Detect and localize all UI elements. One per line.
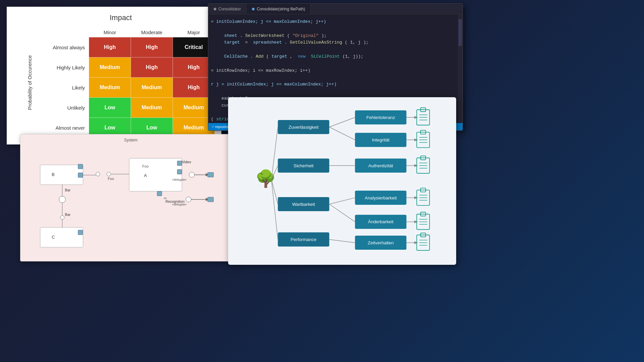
code-line-3: sheet . SelectWorksheet ( "Original" ); [211,33,460,40]
minimap-thumb [459,19,462,46]
label-sicherheit: Sicherheit [293,163,314,168]
label-wartbarkeit: Wartbarkeit [292,202,315,207]
svg-line-31 [329,239,355,243]
uml-label-b: B [52,172,55,177]
uml-label-c: C [52,235,55,240]
risk-matrix: Impact Probability of Occurence Minor Mo… [7,7,221,144]
svg-rect-1 [78,173,83,178]
tab-consolidator[interactable]: Consolidator [208,4,247,14]
tab-consolidator-label: Consolidator [218,7,241,11]
risk-row-2: LikelyMediumMediumHigh [35,77,215,98]
svg-text:∞: ∞ [164,196,166,200]
uml-component-b [40,165,83,185]
svg-rect-16 [78,230,83,235]
uml-title: System [24,138,238,142]
tree-icon: 🌳 [255,169,276,189]
code-line-5 [211,46,460,53]
uml-component-c [40,228,83,247]
risk-table: Minor Moderate Major Almost alwaysHighHi… [35,27,215,138]
svg-point-20 [60,216,64,220]
row-label-2: Likely [35,77,89,98]
code-line-11 [211,88,460,95]
uml-label-foo2: Foo [108,177,114,181]
code-line-8: = initRowIndex; i <= maxRowIndex; i++) [211,67,460,74]
risk-cell-0-0: High [89,37,131,57]
svg-rect-7 [177,170,182,174]
svg-rect-6 [177,161,182,166]
risk-cell-1-1: High [131,57,173,77]
uml-svg: B A Foo Foo Video «delegate» Recog [24,145,238,257]
uml-body: B A Foo Foo Video «delegate» Recog [24,145,238,257]
label-performance: Performance [291,237,317,242]
svg-line-25 [271,179,278,239]
uml-label-a: A [144,173,147,178]
uml-delegate1: «delegate» [172,178,187,181]
tab-dot-active [252,8,255,10]
col-headers: Minor Moderate Major [89,27,215,37]
code-line-10: r j = initColumnIndex; j <= maxColumnInd… [211,81,460,88]
code-line-2 [211,25,460,33]
editor-tabs: Consolidator Consolidate(string filePath… [208,4,463,14]
uml-component-a [129,158,182,191]
svg-rect-15 [208,197,214,202]
label-fehlertoleranz: Fehlertoleranz [366,115,395,120]
svg-rect-0 [78,164,83,169]
y-axis-label: Probability of Occurence [27,27,33,138]
tree-svg: 🌳 Zuverlässigkeit Sicherheit Wartbarkeit… [235,104,449,258]
risk-row-0: Almost alwaysHighHighCritical [35,37,215,57]
risk-cell-2-0: Medium [89,77,131,98]
code-line-9 [211,74,460,81]
label-zeitverhalten: Zeitverhalten [368,240,394,245]
svg-line-30 [329,204,355,222]
svg-rect-10 [208,173,214,177]
tab-consolidate-method[interactable]: Consolidate(string filePath) [247,4,311,14]
label-integritaet: Integrität [372,137,389,142]
svg-point-4 [107,172,111,176]
svg-rect-11 [157,191,162,196]
risk-cell-1-0: Medium [89,57,131,77]
col-header-moderate: Moderate [131,27,173,37]
uml-label-video: Video [182,160,191,164]
label-authentizitaet: Authentizität [368,163,393,168]
risk-row-1: Highly LikelyMediumHighHigh [35,57,215,77]
code-line-7 [211,60,460,67]
col-header-minor: Minor [89,27,131,37]
svg-point-2 [96,172,100,176]
label-aenderbarkeit: Änderbarkeit [368,220,393,225]
tab-dot [214,8,216,10]
uml-label-bar2: Bar [65,213,71,217]
risk-cell-3-1: Medium [131,98,173,118]
svg-line-27 [329,127,355,140]
label-analysierbarkeit: Analysierbarkeit [365,195,397,200]
uml-label-bar1: Bar [65,188,71,192]
row-label-3: Unlikely [35,98,89,118]
row-label-0: Almost always [35,37,89,57]
risk-cell-0-1: High [131,37,173,57]
risk-cell-3-0: Low [89,98,131,118]
svg-point-18 [59,196,66,203]
svg-line-29 [329,198,355,204]
uml-label-foo: Foo [142,164,149,168]
risk-row-3: UnlikelyLowMediumMedium [35,98,215,118]
tree-diagram: 🌳 Zuverlässigkeit Sicherheit Wartbarkeit… [228,97,456,265]
svg-line-26 [329,117,355,127]
svg-point-13 [186,197,191,202]
code-line-1: = initColumnIndex; j <= maxColumnIndex; … [211,18,460,25]
row-label-1: Highly Likely [35,57,89,77]
code-line-4: target = spreadsheet . GetCellValueAsStr… [211,39,460,46]
risk-rows: Almost alwaysHighHighCriticalHighly Like… [35,37,215,138]
code-line-6: CellCache . Add ( target , new SLCellPoi… [211,53,460,60]
editor-scrollbar[interactable] [458,14,463,130]
uml-delegate2: «delegate» [172,203,187,206]
risk-matrix-title: Impact [27,13,215,22]
tab-method-label: Consolidate(string filePath) [257,7,305,11]
uml-diagram: System B A Foo Foo Video «d [20,134,241,261]
label-zuverlaessigkeit: Zuverlässigkeit [288,125,319,130]
svg-point-8 [189,172,195,178]
risk-cell-2-1: Medium [131,77,173,98]
